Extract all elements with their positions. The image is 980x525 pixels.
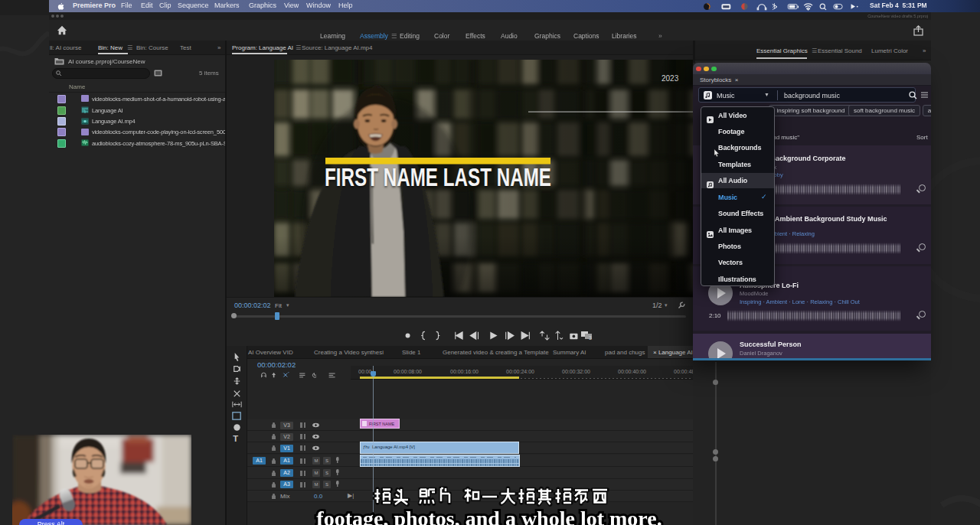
svg-text:2023: 2023: [662, 74, 679, 83]
svg-text:T: T: [233, 434, 238, 443]
svg-text:FIRST NAME LAST NAME: FIRST NAME LAST NAME: [325, 162, 551, 191]
svg-text:3: 3: [589, 335, 592, 341]
